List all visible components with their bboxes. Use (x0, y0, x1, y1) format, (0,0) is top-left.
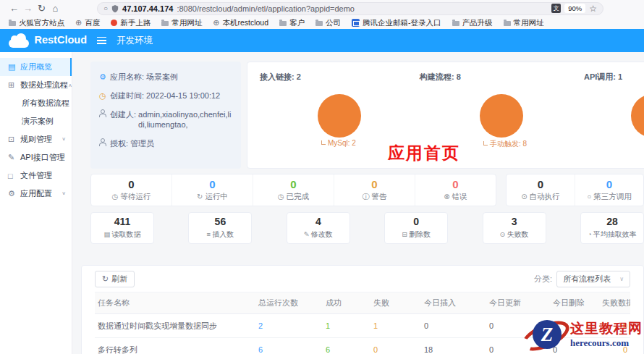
person-icon (99, 138, 110, 148)
address-bar[interactable]: ○ 47.107.44.174 :8080/restcloud/admin/et… (97, 2, 603, 15)
clock-icon: ◷ (112, 193, 119, 201)
flow-icon: ⊞ (8, 80, 20, 90)
sidebar-item-app-overview[interactable]: ▤ 应用概览 (0, 58, 72, 76)
sidebar-item-rule-management[interactable]: ⊡ 规则管理 ∨ (0, 130, 72, 148)
gear-icon: ⚙ (8, 189, 20, 198)
table-header-row: 任务名称 总运行次数 成功 失败 今日插入 今日更新 今日删除 失败数据 (95, 292, 630, 314)
red-annotation-text: 应用首页 (388, 142, 460, 164)
url-path: :8080/restcloud/admin/etl/application?ap… (177, 4, 548, 13)
chevron-up-icon: ∧ (68, 83, 72, 88)
gauge-icon: ◔ (588, 230, 592, 238)
forward-icon[interactable]: → (21, 0, 35, 17)
chart-title-connections: 接入链接: 2 (260, 72, 301, 83)
person-icon (99, 109, 110, 130)
bookmark-item[interactable]: 新手上路 (111, 18, 151, 28)
folder-icon (452, 21, 459, 26)
app-header: RestCloud 开发环境 (0, 29, 644, 52)
bookmark-item[interactable]: 公司 (315, 18, 341, 28)
home-icon[interactable]: ⌂ (48, 0, 62, 17)
pie-slice-mysql[interactable] (318, 94, 361, 138)
bookmark-item[interactable]: 产品升级 (452, 18, 493, 28)
bookmark-item[interactable]: 常用网址 (161, 18, 202, 28)
target-icon: ⊙ (500, 230, 506, 238)
bookmarks-bar: 火狐官方站点 ⊕百度 新手上路 常用网址 ⊕本机restcloud 客户 公司 … (0, 17, 644, 29)
bookmark-item[interactable]: 火狐官方站点 (9, 18, 64, 28)
folder-icon (161, 21, 169, 26)
pencil-icon: ✎ (304, 230, 310, 238)
pie-label-manual-trigger: 手动触发: 8 (483, 139, 527, 149)
main-content: ⚙ 应用名称: 场景案例 ◷ 创建时间: 2022-04-15 19:00:12… (72, 52, 644, 354)
sidebar-item-file-management[interactable]: □ 文件管理 (0, 167, 72, 185)
chevron-down-icon: ∨ (619, 276, 624, 282)
creator-value: admin,xiaolinyao,chenfei,lidi,liumengtao… (138, 109, 232, 130)
url-host: 47.107.44.174 (122, 4, 173, 13)
pie-slice-api[interactable] (631, 94, 644, 138)
zoom-indicator[interactable]: 90% (564, 4, 585, 13)
refresh-icon: ↻ (102, 274, 109, 284)
globe-icon: ⊕ (75, 19, 82, 27)
app-info-card: ⚙ 应用名称: 场景案例 ◷ 创建时间: 2022-04-15 19:00:12… (90, 62, 241, 169)
watermark-logo-icon: Z (522, 315, 570, 354)
stat-auto-exec: 0 ⊙自动执行 (507, 174, 575, 206)
folder-icon (9, 21, 16, 26)
stat-warning: 0 ⓘ警告 (334, 174, 415, 206)
folder-icon (315, 21, 323, 26)
grid-icon: ▤ (8, 62, 20, 72)
bookmark-item[interactable]: 腾讯企业邮箱-登录入口 (352, 18, 441, 28)
exec-stats-card: 0 ⊙自动执行 0 ○第三方调用 (506, 174, 644, 206)
reload-icon[interactable]: ↻ (35, 0, 48, 17)
sidebar-item-data-process[interactable]: ⊞ 数据处理流程 ∧ (0, 76, 72, 94)
auth-value: 管理员 (130, 138, 154, 148)
translate-icon[interactable]: 文 (551, 4, 561, 13)
error-icon: ⊗ (444, 193, 449, 201)
target-icon: ⊙ (521, 193, 527, 201)
bookmark-item[interactable]: ⊕百度 (75, 18, 100, 28)
globe-icon: ⊕ (213, 19, 219, 27)
chevron-down-icon: ∨ (62, 137, 66, 142)
pie-label-mysql: MySql: 2 (321, 139, 356, 147)
sidebar-item-api-management[interactable]: ✎ API接口管理 (0, 148, 72, 167)
chevron-down-icon: ∨ (62, 191, 66, 196)
task-name: 数据通过时间戳实现增量数据同步 (95, 314, 255, 338)
watermark-domain: herecours.com (570, 338, 643, 347)
back-icon[interactable]: ← (7, 0, 21, 17)
file-icon: □ (8, 172, 20, 180)
sidebar-item-demo-cases[interactable]: 演示案例 (0, 112, 72, 130)
bookmark-item[interactable]: ⊕本机restcloud (213, 18, 268, 28)
browser-chrome: ← → ↻ ⌂ ○ 47.107.44.174 :8080/restcloud/… (0, 0, 644, 29)
stat-waiting: 0 ◷等待运行 (91, 174, 171, 206)
pie-slice-manual-trigger[interactable] (480, 94, 523, 138)
bookmark-star-icon[interactable]: ☆ (589, 4, 597, 14)
brand-name: RestCloud (35, 34, 88, 46)
gear-icon: ⚙ (99, 72, 110, 82)
sidebar: ▤ 应用概览 ⊞ 数据处理流程 ∧ 所有数据流程 演示案例 ⊡ 规则管理 ∨ ✎… (0, 52, 72, 354)
menu-collapse-icon[interactable] (97, 37, 106, 44)
flow-category-select[interactable]: 所有流程列表 ∨ (556, 271, 630, 287)
environment-label: 开发环境 (116, 35, 153, 47)
refresh-button[interactable]: ↻ 刷新 (95, 271, 135, 287)
chart-title-api-calls: API调用: 1 (584, 72, 622, 83)
database-icon: ▤ (104, 230, 111, 238)
sidebar-item-app-config[interactable]: ⚙ 应用配置 ∨ (0, 185, 72, 203)
stat-completed: 0 ◷已完成 (253, 174, 334, 206)
bookmark-item[interactable]: 客户 (279, 18, 305, 28)
pen-icon: ✎ (8, 153, 20, 162)
mail-icon (352, 19, 360, 27)
shield-icon[interactable] (111, 4, 119, 13)
run-stats-card: 0 ◷等待运行 0 ↻运行中 0 ◷已完成 0 ⓘ警告 0 ⊗错误 (90, 174, 496, 206)
cloud-icon (9, 39, 29, 48)
connector-icon (321, 140, 326, 145)
permissions-icon[interactable]: ○ (103, 5, 108, 12)
chart-title-flows: 构建流程: 8 (420, 72, 461, 83)
stat-running: 0 ↻运行中 (171, 174, 253, 206)
auth-row: 授权: 管理员 (99, 138, 232, 148)
sidebar-item-all-flows[interactable]: 所有数据流程 (0, 94, 72, 112)
restcloud-logo[interactable]: RestCloud (0, 34, 87, 48)
stat-insert-count: 56 ≡插入数 (188, 212, 252, 244)
stat-modify-count: 4 ✎修改数 (287, 212, 350, 244)
stat-read-data: 411 ▤读取数据 (90, 212, 154, 244)
folder-icon (504, 21, 511, 26)
rule-icon: ⊡ (8, 135, 20, 144)
create-time-value: 2022-04-15 19:00:12 (146, 90, 220, 101)
bookmark-item[interactable]: 常用网址 (504, 18, 544, 28)
